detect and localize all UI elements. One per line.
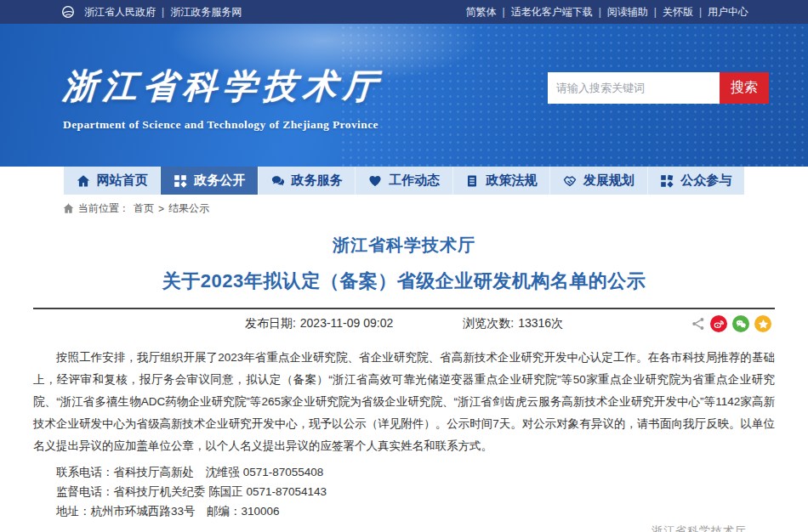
breadcrumb-separator: > bbox=[158, 203, 164, 215]
topbar-link-care-version[interactable]: 关怀版 bbox=[663, 5, 693, 20]
handshake-icon bbox=[563, 174, 577, 188]
nav-tab-label: 发展规划 bbox=[583, 173, 634, 189]
openness-pinwheel-icon bbox=[174, 174, 187, 188]
footer-signature: 浙江省科学技术厅 bbox=[652, 524, 747, 532]
nav-tab-label: 网站首页 bbox=[97, 173, 148, 189]
site-banner: 浙江省科学技术厅 Department of Science and Techn… bbox=[0, 24, 808, 167]
search-input[interactable] bbox=[548, 72, 720, 104]
topbar-link-simplified-traditional[interactable]: 简繁体 bbox=[466, 5, 497, 20]
document-icon bbox=[465, 174, 479, 188]
topbar-link-user-center[interactable]: 用户中心 bbox=[708, 5, 748, 20]
article-title-line1: 浙江省科学技术厅 bbox=[33, 234, 775, 257]
article-body-paragraph: 按照工作安排，我厅组织开展了2023年省重点企业研究院、省企业研究院、省高新技术… bbox=[33, 347, 775, 457]
site-search: 搜索 bbox=[548, 72, 769, 104]
separator: | bbox=[162, 6, 164, 18]
page: 浙江省人民政府 | 浙江政务服务网 简繁体 | 适老化客户端下载 | 阅读辅助 … bbox=[0, 0, 808, 532]
breadcrumb-prefix: 当前位置： bbox=[78, 201, 129, 216]
breadcrumb-home-link[interactable]: 首页 bbox=[134, 201, 154, 216]
nav-tab-label: 公众参与 bbox=[680, 173, 731, 189]
main-navigation: 网站首页 政务公开 政务服务 工作动态 bbox=[0, 167, 808, 195]
topbar-link-reading-aid[interactable]: 阅读辅助 bbox=[607, 5, 648, 20]
topbar-left-links: 浙江省人民政府 | 浙江政务服务网 bbox=[61, 5, 242, 20]
nav-tab-label: 政务服务 bbox=[292, 173, 343, 189]
heart-icon bbox=[368, 174, 382, 188]
nav-tab-policies-regulations[interactable]: 政策法规 bbox=[453, 167, 550, 195]
participation-pinwheel-icon bbox=[660, 174, 674, 188]
views-value: 13316次 bbox=[518, 316, 563, 331]
supervision-phone-line: 监督电话：省科技厅机关纪委 陈国正 0571-87054143 bbox=[33, 482, 775, 501]
topbar-link-elderly-client-download[interactable]: 适老化客户端下载 bbox=[511, 5, 593, 20]
nav-tab-government-openness[interactable]: 政务公开 bbox=[161, 163, 258, 195]
nav-tab-government-services[interactable]: 政务服务 bbox=[259, 167, 356, 195]
article-title-line2: 关于2023年拟认定（备案）省级企业研发机构名单的公示 bbox=[33, 269, 775, 294]
qzone-share-icon[interactable] bbox=[754, 315, 771, 332]
search-button[interactable]: 搜索 bbox=[720, 72, 769, 104]
topbar-right-links: 简繁体 | 适老化客户端下载 | 阅读辅助 | 关怀版 | 用户中心 bbox=[466, 5, 749, 20]
address-line: 地址：杭州市环城西路33号 邮编：310006 bbox=[33, 501, 775, 521]
weibo-share-icon[interactable] bbox=[710, 315, 727, 332]
nav-tab-label: 工作动态 bbox=[389, 173, 440, 189]
separator: | bbox=[599, 6, 601, 18]
contact-phone-line: 联系电话：省科技厅高新处 沈维强 0571-87055408 bbox=[33, 462, 775, 482]
home-icon bbox=[77, 174, 90, 188]
nav-tab-work-updates[interactable]: 工作动态 bbox=[356, 167, 452, 195]
views-label: 浏览次数: bbox=[463, 316, 514, 331]
site-logo[interactable]: 浙江省科学技术厅 Department of Science and Techn… bbox=[63, 63, 383, 132]
top-utility-bar: 浙江省人民政府 | 浙江政务服务网 简繁体 | 适老化客户端下载 | 阅读辅助 … bbox=[0, 0, 808, 24]
chat-bubbles-icon bbox=[271, 174, 285, 188]
separator: | bbox=[503, 6, 505, 18]
publish-date-label: 发布日期: bbox=[245, 316, 296, 331]
share-icon[interactable] bbox=[691, 317, 705, 331]
wechat-share-icon[interactable] bbox=[732, 315, 749, 332]
breadcrumb: 当前位置： 首页 > 结果公示 bbox=[0, 195, 808, 222]
separator: | bbox=[699, 6, 702, 18]
article: 浙江省科学技术厅 关于2023年拟认定（备案）省级企业研发机构名单的公示 发布日… bbox=[33, 222, 775, 532]
topbar-link-service-network[interactable]: 浙江政务服务网 bbox=[170, 5, 242, 20]
nav-tab-label: 政策法规 bbox=[486, 173, 537, 189]
site-title-english: Department of Science and Technology of … bbox=[63, 118, 383, 132]
government-emblem-icon bbox=[61, 5, 75, 19]
article-meta: 发布日期: 2023-11-09 09:02 浏览次数: 13316次 bbox=[33, 309, 775, 338]
nav-tab-development-planning[interactable]: 发展规划 bbox=[550, 167, 647, 195]
home-small-icon bbox=[63, 203, 74, 214]
breadcrumb-current: 结果公示 bbox=[168, 201, 209, 216]
publish-date-value: 2023-11-09 09:02 bbox=[300, 316, 394, 331]
site-title: 浙江省科学技术厅 bbox=[62, 63, 384, 110]
topbar-link-provincial-government[interactable]: 浙江省人民政府 bbox=[84, 5, 156, 20]
separator: | bbox=[654, 6, 657, 18]
share-toolbar bbox=[691, 315, 771, 332]
nav-tab-home[interactable]: 网站首页 bbox=[64, 167, 161, 195]
nav-tab-label: 政务公开 bbox=[194, 173, 245, 189]
contact-info: 联系电话：省科技厅高新处 沈维强 0571-87055408 监督电话：省科技厅… bbox=[33, 462, 775, 521]
attachment-link[interactable]: 附件1：2023年拟认定省重点企业研究院名单.pdf bbox=[74, 529, 321, 532]
nav-tab-public-participation[interactable]: 公众参与 bbox=[648, 167, 744, 195]
